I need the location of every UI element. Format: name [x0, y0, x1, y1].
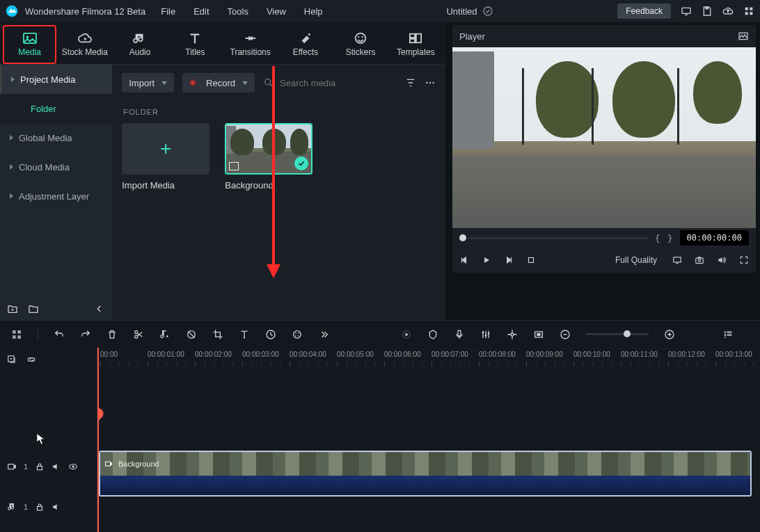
tab-stock-media[interactable]: Stock Media [58, 25, 111, 64]
more-tools-icon[interactable] [318, 329, 329, 340]
menu-file[interactable]: File [161, 6, 175, 17]
svg-point-28 [698, 259, 701, 262]
crop-icon[interactable] [212, 329, 223, 340]
add-folder-icon[interactable] [7, 303, 18, 314]
marker-icon[interactable] [427, 329, 438, 340]
tab-effects[interactable]: Effects [278, 25, 332, 64]
timeline-clip[interactable]: Background [99, 451, 752, 497]
tab-templates[interactable]: Templates [389, 25, 443, 64]
sidebar-item-global-media[interactable]: Global Media [0, 123, 112, 152]
svg-point-1 [484, 7, 492, 15]
stop-icon[interactable] [526, 255, 536, 265]
collapse-icon[interactable] [94, 303, 105, 314]
sidebar-item-project-media[interactable]: Project Media [0, 65, 112, 94]
import-dropdown[interactable]: Import [122, 73, 174, 92]
mute-icon[interactable] [52, 502, 61, 512]
cut-icon[interactable] [133, 329, 144, 340]
quality-dropdown[interactable]: Full Quality [615, 255, 660, 265]
feedback-button[interactable]: Feedback [617, 3, 671, 19]
folder-icon[interactable] [28, 303, 39, 314]
mixer-icon[interactable] [480, 329, 491, 340]
redo-icon[interactable] [80, 329, 91, 340]
tab-media[interactable]: Media [3, 25, 56, 64]
device-icon[interactable] [681, 6, 692, 17]
sidebar-item-folder[interactable]: Folder [0, 94, 112, 123]
save-icon[interactable] [702, 6, 713, 17]
undo-icon[interactable] [54, 329, 65, 340]
snapshot-icon[interactable] [695, 255, 704, 265]
sidebar-item-adjustment[interactable]: Adjustment Layer [0, 182, 112, 211]
speed-icon[interactable] [265, 329, 276, 340]
menu-view[interactable]: View [267, 6, 286, 17]
import-media-card[interactable]: + Import Media [122, 123, 209, 191]
mark-in-label[interactable]: { [655, 233, 660, 243]
audio-track-header[interactable]: 1 [0, 487, 97, 527]
filter-icon[interactable] [405, 77, 416, 88]
search-input[interactable] [280, 78, 397, 88]
render-icon[interactable] [401, 329, 412, 340]
zoom-slider[interactable] [586, 333, 649, 335]
delete-icon[interactable] [106, 329, 118, 340]
tab-titles[interactable]: Titles [168, 25, 222, 64]
more-icon[interactable] [425, 77, 436, 88]
fullscreen-icon[interactable] [739, 255, 749, 265]
tab-media-label: Media [18, 47, 41, 57]
link-icon[interactable] [26, 355, 36, 364]
card-label: Import Media [122, 180, 209, 191]
auto-ripple-icon[interactable] [507, 329, 518, 340]
track-area[interactable]: 00:0000:00:01:0000:00:02:0000:00:03:0000… [97, 348, 760, 532]
ruler-tick: 00:00 [100, 350, 118, 358]
text-tool-icon[interactable] [239, 329, 250, 340]
tab-audio[interactable]: Audio [113, 25, 167, 64]
track-num: 1 [24, 462, 28, 471]
display-icon[interactable] [672, 255, 682, 265]
background-media-card[interactable]: Background [225, 123, 312, 191]
svg-point-42 [298, 332, 299, 334]
volume-icon[interactable] [717, 255, 727, 265]
mask-icon[interactable] [186, 329, 197, 340]
scope-icon[interactable] [738, 31, 749, 42]
mute-icon[interactable] [52, 462, 61, 471]
playhead[interactable] [97, 348, 99, 532]
tab-stock-label: Stock Media [62, 47, 108, 57]
tab-stickers[interactable]: Stickers [334, 25, 388, 64]
tab-transitions[interactable]: Transitions [223, 25, 277, 64]
record-dropdown[interactable]: Record [182, 73, 255, 92]
record-label: Record [206, 78, 235, 88]
cloud-upload-icon[interactable] [722, 6, 734, 17]
next-frame-icon[interactable] [504, 255, 514, 265]
play-icon[interactable] [482, 255, 491, 265]
zoom-in-icon[interactable] [664, 329, 675, 340]
playback-scrubber[interactable] [459, 234, 648, 241]
track-options-icon[interactable] [722, 329, 734, 340]
prev-frame-icon[interactable] [459, 255, 469, 265]
audio-detach-icon[interactable] [159, 329, 171, 340]
sidebar-item-cloud-media[interactable]: Cloud Media [0, 152, 112, 182]
preview-viewport[interactable] [452, 47, 756, 228]
zoom-out-icon[interactable] [560, 329, 571, 340]
menu-edit[interactable]: Edit [193, 6, 209, 17]
fit-icon[interactable] [533, 329, 544, 340]
svg-rect-24 [529, 258, 534, 263]
lock-icon[interactable] [35, 462, 45, 471]
add-track-icon[interactable] [7, 355, 17, 364]
color-icon[interactable] [292, 329, 303, 340]
mark-out-label[interactable]: } [667, 233, 673, 243]
svg-rect-54 [725, 331, 727, 333]
chevron-down-icon [161, 81, 167, 85]
menu-tools[interactable]: Tools [228, 6, 248, 17]
grid-icon[interactable] [11, 329, 22, 340]
bg-thumb[interactable] [225, 123, 312, 175]
player-pane: Player { } 00:00:00:00 Full Quality [452, 25, 756, 320]
time-ruler[interactable]: 00:0000:00:01:0000:00:02:0000:00:03:0000… [97, 348, 760, 370]
lock-icon[interactable] [35, 502, 45, 512]
voiceover-icon[interactable] [454, 329, 465, 340]
menu-help[interactable]: Help [304, 6, 323, 17]
video-track-header[interactable]: 1 [0, 446, 97, 487]
visibility-icon[interactable] [68, 462, 78, 471]
player-title: Player [459, 31, 485, 42]
ruler-tick: 00:00:02:00 [195, 350, 232, 358]
search-icon [263, 77, 274, 88]
apps-grid-icon[interactable] [743, 6, 754, 17]
import-thumb[interactable]: + [122, 123, 209, 175]
